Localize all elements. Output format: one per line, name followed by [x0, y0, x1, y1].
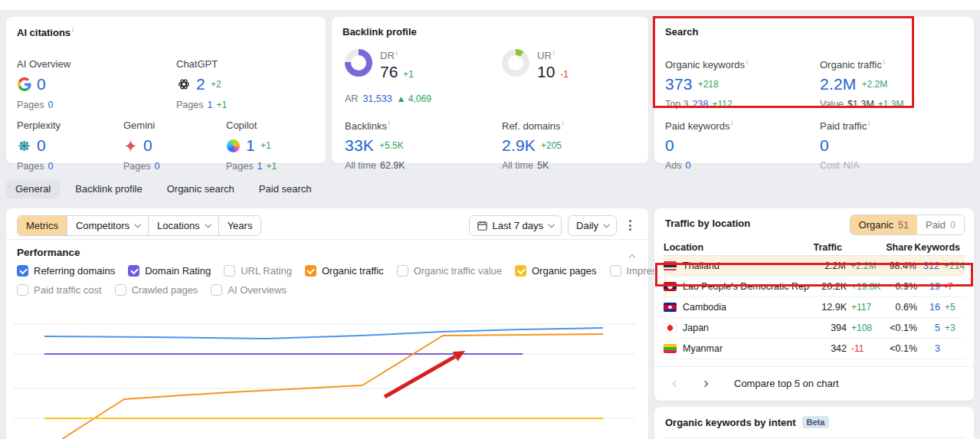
- tab-general[interactable]: General: [6, 179, 60, 198]
- pages-label: Pages: [17, 100, 44, 110]
- metric-label: Referring domains: [34, 265, 115, 277]
- location-row-cambodia[interactable]: Cambodia12.9K+1170.6%16+5: [664, 297, 965, 318]
- chatgpt-pages[interactable]: 1: [207, 100, 212, 110]
- search-title: Search: [665, 26, 698, 38]
- locations-button[interactable]: Locations: [149, 216, 219, 235]
- ur-stat: URi 10-1: [502, 49, 569, 81]
- ar-change: ▲ 4,069: [397, 93, 431, 104]
- location-pagination: Compare top 5 on chart: [654, 366, 974, 400]
- location-row-thailand[interactable]: Thailand2.2M+2.2M98.4%312+214: [664, 256, 965, 277]
- ref-domains-value[interactable]: 2.9K: [502, 136, 536, 155]
- ads-value[interactable]: 0: [686, 160, 691, 171]
- traffic-by-location-card: Traffic by location Organic51 Paid0 Loca…: [654, 208, 974, 401]
- granularity-dropdown[interactable]: Daily: [568, 215, 617, 236]
- search-card: Search Organic keywordsi 373+218 Top 323…: [654, 17, 974, 163]
- paid-traffic-label: Paid traffici: [820, 120, 965, 132]
- keywords-change: +214: [939, 260, 965, 271]
- copilot-pages[interactable]: 1: [257, 161, 262, 172]
- flag-icon-kh: [664, 303, 677, 312]
- location-row-myanmar[interactable]: Myanmar342-11<0.1%3: [664, 339, 965, 359]
- metric-checkbox-paid-traffic-cost[interactable]: Paid traffic cost: [17, 284, 102, 296]
- traffic-change: -11: [847, 343, 882, 354]
- dr-donut-chart: [345, 49, 372, 77]
- metric-checkbox-domain-rating[interactable]: Domain Rating: [128, 265, 211, 277]
- flag-icon-mm: [664, 344, 677, 353]
- toolbar-divider: [6, 239, 648, 240]
- dr-value: 76: [380, 63, 398, 81]
- metric-checkbox-crawled-pages[interactable]: Crawled pages: [115, 284, 198, 296]
- metric-checkbox-organic-traffic[interactable]: Organic traffic: [305, 265, 384, 277]
- metric-checkbox-ai-overviews[interactable]: AI Overviews: [211, 284, 287, 296]
- organic-traffic-value[interactable]: 2.2M: [820, 75, 857, 93]
- keywords-link[interactable]: 312: [916, 260, 939, 271]
- tab-backlink-profile[interactable]: Backlink profile: [66, 179, 151, 198]
- paid-traffic-value[interactable]: 0: [820, 136, 829, 155]
- metric-checkbox-referring-domains[interactable]: Referring domains: [17, 265, 115, 277]
- paid-keywords-value[interactable]: 0: [665, 136, 674, 155]
- dr-stat: DRi 76+1: [345, 49, 414, 81]
- performance-line-chart[interactable]: [13, 306, 635, 439]
- toggle-paid[interactable]: Paid0: [917, 215, 964, 234]
- next-page-button[interactable]: [694, 373, 716, 395]
- checkbox-icon: [397, 265, 408, 277]
- ar-value[interactable]: 31,533: [362, 93, 392, 104]
- metrics-button[interactable]: Metrics: [18, 216, 67, 235]
- chatgpt-pages-change: +1: [216, 100, 227, 110]
- metric-label: Crawled pages: [132, 284, 198, 296]
- copilot-stat: Copilot 1 +1 Pages1+1: [226, 120, 318, 172]
- prev-page-button[interactable]: [665, 373, 687, 395]
- compare-top5-link[interactable]: Compare top 5 on chart: [734, 378, 839, 389]
- checkbox-icon: [515, 265, 526, 277]
- backlink-profile-card: Backlink profile DRi 76+1 AR 31,533 ▲ 4,…: [332, 17, 648, 163]
- gemini-pages[interactable]: 0: [154, 161, 159, 172]
- copilot-change: +1: [261, 140, 271, 151]
- chatgpt-value: 2: [196, 75, 205, 93]
- tab-paid-search[interactable]: Paid search: [250, 179, 321, 198]
- gemini-value: 0: [143, 136, 152, 155]
- toggle-organic[interactable]: Organic51: [851, 215, 917, 234]
- years-button[interactable]: Years: [219, 216, 261, 235]
- backlinks-label: Backlinksi: [345, 120, 490, 132]
- perplexity-pages[interactable]: 0: [48, 161, 53, 172]
- keywords-link[interactable]: 5: [917, 323, 940, 333]
- top3-value[interactable]: 238: [693, 99, 709, 110]
- pages-label: Pages: [17, 161, 44, 172]
- keywords-link[interactable]: 16: [917, 302, 940, 313]
- organic-keywords-change: +218: [698, 79, 719, 90]
- ur-donut-chart: [502, 49, 529, 77]
- pages-label: Pages: [123, 161, 150, 172]
- metric-checkbox-organic-traffic-value[interactable]: Organic traffic value: [397, 265, 502, 277]
- keywords-link[interactable]: 3: [917, 343, 940, 354]
- organic-keywords-value[interactable]: 373: [665, 75, 693, 93]
- keywords-by-intent-title: Organic keywords by intent Beta: [665, 416, 829, 428]
- top-header-strip: [0, 0, 980, 10]
- chevron-down-icon: [549, 221, 555, 228]
- date-range-dropdown[interactable]: Last 7 days: [469, 215, 562, 236]
- collapse-section-button[interactable]: [630, 251, 634, 262]
- keywords-link[interactable]: 19: [917, 281, 940, 292]
- tab-organic-search[interactable]: Organic search: [158, 179, 244, 198]
- gemini-stat: Gemini 0 Pages0: [123, 120, 223, 172]
- backlinks-value[interactable]: 33K: [345, 136, 374, 155]
- metric-label: Paid traffic cost: [34, 284, 102, 296]
- checkbox-icon: [17, 265, 28, 277]
- ref-domains-label: Ref. domainsi: [502, 120, 647, 132]
- col-share: Share: [877, 242, 913, 253]
- keywords-change: +5: [940, 302, 965, 313]
- metric-checkbox-url-rating[interactable]: URL Rating: [224, 265, 292, 277]
- ai-overview-pages[interactable]: 0: [48, 100, 53, 110]
- cost-label: Cost: [820, 160, 840, 171]
- section-tabbar: General Backlink profile Organic search …: [6, 179, 321, 199]
- location-table: Location Traffic Share Keywords Thailand…: [664, 239, 965, 359]
- checkbox-icon: [17, 284, 28, 296]
- ads-label: Ads: [665, 160, 682, 171]
- metric-label: URL Rating: [241, 265, 292, 277]
- chevron-down-icon: [205, 221, 211, 228]
- location-row-lao-people-s-democratic-reput[interactable]: Lao People's Democratic Reput20.2K+19.8K…: [664, 277, 965, 297]
- performance-card: Metrics Competitors Locations Years Last…: [6, 208, 648, 439]
- metric-checkbox-organic-pages[interactable]: Organic pages: [515, 265, 597, 277]
- location-row-japan[interactable]: Japan394+108<0.1%5+3: [664, 318, 965, 339]
- more-options-button[interactable]: [623, 215, 637, 235]
- chatgpt-stat: ChatGPT 2 +2 Pages1+1: [176, 58, 322, 110]
- competitors-button[interactable]: Competitors: [67, 216, 149, 235]
